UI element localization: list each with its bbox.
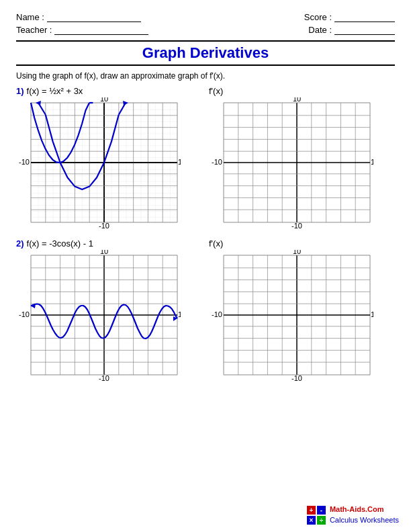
score-label: Score : [304, 12, 332, 22]
footer-sub: Calculus Worksheets [330, 515, 399, 525]
page-title: Graph Derivatives [16, 44, 395, 62]
problems-container: 1) f(x) = ½x² + 3x [16, 86, 395, 384]
problem-1-fx-text: f(x) = ½x² + 3x [27, 86, 83, 96]
parabola-overlay [16, 97, 181, 228]
teacher-label: Teacher : [16, 25, 52, 35]
date-label: Date : [308, 25, 332, 35]
problem-1-label: 1) f(x) = ½x² + 3x [16, 86, 202, 96]
svg-text:-10: -10 [99, 374, 109, 381]
svg-text:10: 10 [293, 97, 301, 103]
name-line [47, 13, 141, 22]
problem-1-fpx-label: f'(x) [209, 86, 395, 96]
problem-2-fpx-graph: 10 10 -10 -10 [209, 250, 373, 384]
problem-row-1: 1) f(x) = ½x² + 3x [16, 86, 395, 232]
problem-2-fx-text: f(x) = -3cos(x) - 1 [27, 238, 93, 249]
name-label: Name : [16, 12, 44, 22]
date-line [334, 26, 395, 35]
problem-2-fx-block: 2) f(x) = -3cos(x) - 1 [16, 238, 202, 384]
svg-text:-10: -10 [212, 310, 222, 318]
math-aids-icon: + - × ÷ [307, 506, 326, 525]
svg-text:-10: -10 [212, 158, 222, 166]
problem-2-fx-svg: 10 10 -10 -10 [16, 250, 181, 381]
name-field: Name : [16, 12, 141, 22]
svg-text:10: 10 [371, 158, 373, 166]
svg-text:-10: -10 [19, 310, 30, 318]
footer-site: Math-Aids.Com [330, 504, 399, 515]
svg-text:-10: -10 [291, 374, 302, 381]
problem-2-fpx-block: f'(x) [209, 238, 395, 384]
svg-text:×: × [309, 517, 313, 524]
svg-text:10: 10 [293, 250, 301, 255]
svg-text:÷: ÷ [320, 517, 324, 524]
instructions-text: Using the graph of f(x), draw an approxi… [16, 71, 225, 81]
problem-2-fpx-label: f'(x) [209, 238, 395, 249]
problem-2-fpx-svg: 10 10 -10 -10 [209, 250, 373, 381]
title-bar: Graph Derivatives [16, 40, 395, 66]
teacher-line [54, 26, 148, 35]
parabola-path [46, 115, 119, 189]
problem-1-fx-block: 1) f(x) = ½x² + 3x [16, 86, 202, 232]
teacher-field: Teacher : [16, 25, 148, 35]
header-row-1: Name : Score : [16, 12, 395, 22]
svg-text:10: 10 [371, 310, 373, 318]
problem-1-fpx-block: f'(x) [209, 86, 395, 232]
instructions: Using the graph of f(x), draw an approxi… [16, 71, 395, 81]
problem-2-num: 2) [16, 238, 24, 249]
footer-text: Math-Aids.Com Calculus Worksheets [330, 504, 399, 525]
svg-text:-10: -10 [291, 222, 302, 228]
arrow-right [123, 101, 128, 105]
problem-1-fpx-svg: 10 10 -10 -10 [209, 97, 373, 228]
header-row-2: Teacher : Date : [16, 25, 395, 35]
score-field: Score : [304, 12, 395, 22]
svg-text:10: 10 [100, 250, 108, 255]
problem-1-fx-graph: 10 10 -10 -10 [16, 97, 181, 232]
page: Name : Score : Teacher : Date : Graph De… [0, 0, 411, 532]
score-line [334, 13, 395, 22]
problem-1-num: 1) [16, 86, 24, 96]
footer: + - × ÷ Math-Aids.Com Calculus Worksheet… [307, 504, 399, 525]
problem-2-label: 2) f(x) = -3cos(x) - 1 [16, 238, 202, 249]
problem-row-2: 2) f(x) = -3cos(x) - 1 [16, 238, 395, 384]
problem-2-fx-graph: 10 10 -10 -10 [16, 250, 181, 384]
svg-text:-: - [320, 506, 322, 514]
problem-1-fpx-graph: 10 10 -10 -10 [209, 97, 373, 232]
date-field: Date : [308, 25, 395, 35]
svg-text:+: + [309, 506, 313, 514]
svg-text:10: 10 [178, 310, 181, 318]
arrow-left [36, 101, 41, 105]
